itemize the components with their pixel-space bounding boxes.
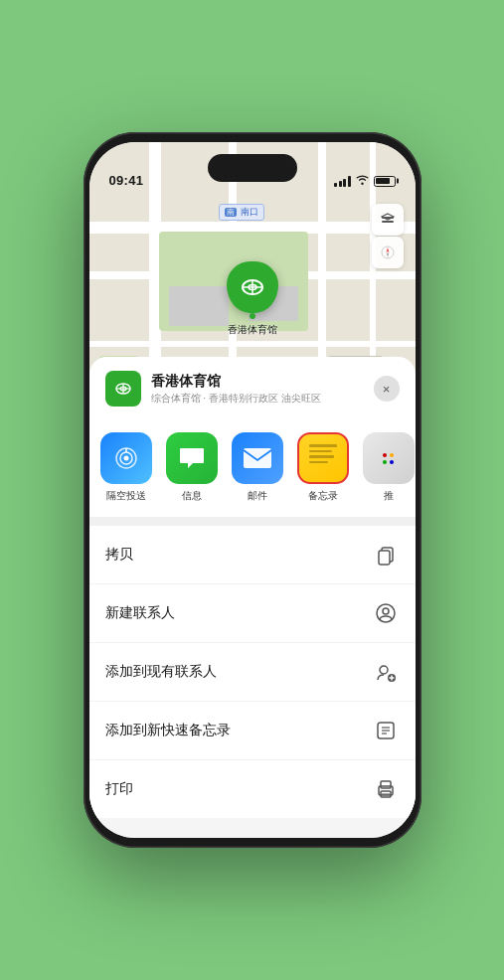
dynamic-island [208,154,297,182]
location-header: 香港体育馆 综合体育馆 · 香港特别行政区 油尖旺区 × [89,357,416,418]
action-add-note[interactable]: 添加到新快速备忘录 [89,702,416,760]
location-info: 香港体育馆 综合体育馆 · 香港特别行政区 油尖旺区 [151,373,374,406]
phone-frame: 09:41 [84,132,421,848]
mail-icon [232,432,283,484]
map-compass-button[interactable] [372,237,404,268]
wifi-icon [356,174,369,188]
location-name: 香港体育馆 [151,373,374,391]
svg-rect-15 [244,448,271,468]
phone-screen: 09:41 [89,142,416,838]
app-item-messages[interactable]: 信息 [163,432,221,503]
mail-label: 邮件 [248,489,267,503]
app-item-airdrop[interactable]: 隔空投送 [97,432,155,503]
location-desc: 综合体育馆 · 香港特别行政区 油尖旺区 [151,392,374,406]
action-add-contact[interactable]: 添加到现有联系人 [89,643,416,702]
svg-point-19 [383,608,389,614]
airdrop-label: 隔空投送 [106,489,146,503]
notes-label: 备忘录 [308,489,338,503]
signal-bars-icon [334,176,351,187]
action-print[interactable]: 打印 [89,760,416,818]
copy-icon [372,541,400,569]
pin-label: 香港体育馆 [228,323,277,337]
airdrop-icon [100,432,152,484]
add-contact-label: 添加到现有联系人 [105,663,217,681]
battery-icon [374,176,396,187]
map-layers-button[interactable] [372,204,404,236]
app-item-mail[interactable]: 邮件 [229,432,286,503]
svg-rect-1 [382,221,394,223]
messages-icon [166,432,218,484]
svg-point-20 [380,666,388,674]
map-controls [372,204,404,268]
apps-row: 隔空投送 信息 [89,418,416,518]
more-label: 推 [384,489,394,503]
stadium-pin: 香港体育馆 [227,261,278,337]
pin-circle [227,261,278,313]
action-list: 拷贝 新建联系人 [89,526,416,818]
close-button[interactable]: × [374,376,400,402]
sheet-divider [89,518,416,526]
new-contact-label: 新建联系人 [105,604,175,622]
add-note-label: 添加到新快速备忘录 [105,722,231,739]
app-item-notes[interactable]: 备忘录 [294,432,352,503]
add-note-icon [372,717,400,744]
status-time: 09:41 [109,173,144,188]
add-contact-icon [372,658,400,686]
notes-icon [297,432,349,484]
svg-rect-29 [381,781,391,788]
action-copy[interactable]: 拷贝 [89,526,416,584]
app-item-more[interactable]: 推 [360,432,416,503]
south-gate-label: 南 南口 [219,204,265,221]
bottom-sheet: 香港体育馆 综合体育馆 · 香港特别行政区 油尖旺区 × [89,357,416,838]
status-icons [334,174,396,188]
messages-label: 信息 [182,489,202,503]
action-new-contact[interactable]: 新建联系人 [89,584,416,643]
copy-label: 拷贝 [105,546,133,564]
location-icon [105,371,141,407]
more-apps-icon [363,432,415,484]
print-icon [372,775,400,803]
svg-rect-17 [379,551,390,565]
svg-point-13 [123,456,128,461]
new-contact-icon [372,599,400,627]
print-label: 打印 [105,780,133,798]
